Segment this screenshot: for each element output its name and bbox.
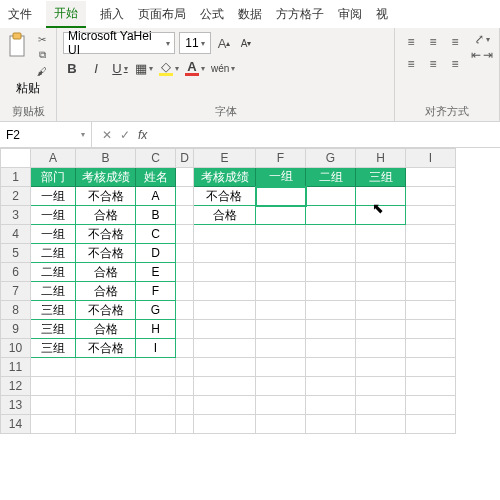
- cell[interactable]: [306, 282, 356, 301]
- shrink-font-button[interactable]: A▾: [237, 33, 255, 53]
- cell[interactable]: [256, 301, 306, 320]
- cell[interactable]: 不合格: [76, 339, 136, 358]
- cell[interactable]: [406, 339, 456, 358]
- tab-vis[interactable]: 视: [376, 6, 388, 23]
- cell[interactable]: [194, 377, 256, 396]
- border-button[interactable]: ▦: [135, 58, 153, 78]
- font-color-button[interactable]: A: [185, 58, 205, 78]
- cell[interactable]: [256, 244, 306, 263]
- align-bottom-button[interactable]: ≡: [445, 32, 465, 52]
- cell[interactable]: [356, 225, 406, 244]
- cell[interactable]: 合格: [76, 206, 136, 225]
- cell[interactable]: [406, 282, 456, 301]
- cell[interactable]: [76, 396, 136, 415]
- paste-icon[interactable]: [6, 32, 30, 60]
- cut-icon[interactable]: ✂: [34, 32, 50, 46]
- cell[interactable]: [76, 415, 136, 434]
- cell[interactable]: 考核成绩: [194, 168, 256, 187]
- cell[interactable]: [176, 301, 194, 320]
- cell[interactable]: 不合格: [76, 187, 136, 206]
- cell[interactable]: [406, 244, 456, 263]
- cell[interactable]: [176, 358, 194, 377]
- cell[interactable]: [256, 206, 306, 225]
- cell[interactable]: 合格: [76, 320, 136, 339]
- tab-file[interactable]: 文件: [8, 6, 32, 23]
- cell[interactable]: 不合格: [76, 244, 136, 263]
- row-header[interactable]: 1: [1, 168, 31, 187]
- cell[interactable]: [136, 396, 176, 415]
- tab-insert[interactable]: 插入: [100, 6, 124, 23]
- cell[interactable]: [356, 263, 406, 282]
- cell[interactable]: [256, 339, 306, 358]
- cell[interactable]: [176, 168, 194, 187]
- row-header[interactable]: 2: [1, 187, 31, 206]
- cell[interactable]: [306, 187, 356, 206]
- cell[interactable]: 三组: [31, 301, 76, 320]
- cell[interactable]: C: [136, 225, 176, 244]
- cell[interactable]: D: [136, 244, 176, 263]
- cell[interactable]: [76, 377, 136, 396]
- cell[interactable]: [194, 358, 256, 377]
- cell[interactable]: 不合格: [194, 187, 256, 206]
- insert-function-button[interactable]: fx: [138, 128, 147, 142]
- row-header[interactable]: 14: [1, 415, 31, 434]
- tab-formula[interactable]: 公式: [200, 6, 224, 23]
- cell[interactable]: [306, 301, 356, 320]
- cell[interactable]: [176, 263, 194, 282]
- spreadsheet-grid[interactable]: A B C D E F G H I 1 部门 考核成绩 姓名 考核成绩 一组 二…: [0, 148, 500, 434]
- enter-formula-button[interactable]: ✓: [120, 128, 130, 142]
- col-header[interactable]: B: [76, 149, 136, 168]
- col-header[interactable]: G: [306, 149, 356, 168]
- col-header[interactable]: E: [194, 149, 256, 168]
- cell[interactable]: [306, 377, 356, 396]
- col-header[interactable]: F: [256, 149, 306, 168]
- orientation-button[interactable]: ⤤: [471, 32, 493, 46]
- cell-selected[interactable]: [256, 187, 306, 206]
- underline-button[interactable]: U: [111, 58, 129, 78]
- align-right-button[interactable]: ≡: [445, 54, 465, 74]
- cell[interactable]: [406, 168, 456, 187]
- cell[interactable]: 三组: [31, 339, 76, 358]
- paste-label[interactable]: 粘贴: [16, 80, 40, 97]
- align-center-button[interactable]: ≡: [423, 54, 443, 74]
- cell[interactable]: [356, 358, 406, 377]
- tab-data[interactable]: 数据: [238, 6, 262, 23]
- col-header[interactable]: C: [136, 149, 176, 168]
- cell[interactable]: [194, 263, 256, 282]
- cell[interactable]: 合格: [194, 206, 256, 225]
- row-header[interactable]: 10: [1, 339, 31, 358]
- cell[interactable]: [194, 415, 256, 434]
- row-header[interactable]: 6: [1, 263, 31, 282]
- cancel-formula-button[interactable]: ✕: [102, 128, 112, 142]
- cell[interactable]: [356, 377, 406, 396]
- font-name-select[interactable]: Microsoft YaHei UI: [63, 32, 175, 54]
- copy-icon[interactable]: ⧉: [34, 48, 50, 62]
- grow-font-button[interactable]: A▴: [215, 33, 233, 53]
- col-header[interactable]: I: [406, 149, 456, 168]
- cell[interactable]: [176, 320, 194, 339]
- cell[interactable]: [356, 339, 406, 358]
- select-all-corner[interactable]: [1, 149, 31, 168]
- cell[interactable]: [406, 206, 456, 225]
- cell[interactable]: [256, 377, 306, 396]
- bold-button[interactable]: B: [63, 58, 81, 78]
- tab-square[interactable]: 方方格子: [276, 6, 324, 23]
- cell[interactable]: [406, 377, 456, 396]
- cell[interactable]: [176, 206, 194, 225]
- cell[interactable]: 二组: [31, 263, 76, 282]
- cell[interactable]: [256, 415, 306, 434]
- cell[interactable]: [194, 396, 256, 415]
- indent-increase-button[interactable]: ⇥: [483, 48, 493, 62]
- align-left-button[interactable]: ≡: [401, 54, 421, 74]
- cell[interactable]: [306, 225, 356, 244]
- cell[interactable]: G: [136, 301, 176, 320]
- cell[interactable]: [194, 301, 256, 320]
- row-header[interactable]: 4: [1, 225, 31, 244]
- cell[interactable]: [136, 415, 176, 434]
- cell[interactable]: [356, 415, 406, 434]
- cell[interactable]: 二组: [31, 244, 76, 263]
- cell[interactable]: [306, 339, 356, 358]
- cell[interactable]: 一组: [256, 168, 306, 187]
- cell[interactable]: [176, 415, 194, 434]
- align-middle-button[interactable]: ≡: [423, 32, 443, 52]
